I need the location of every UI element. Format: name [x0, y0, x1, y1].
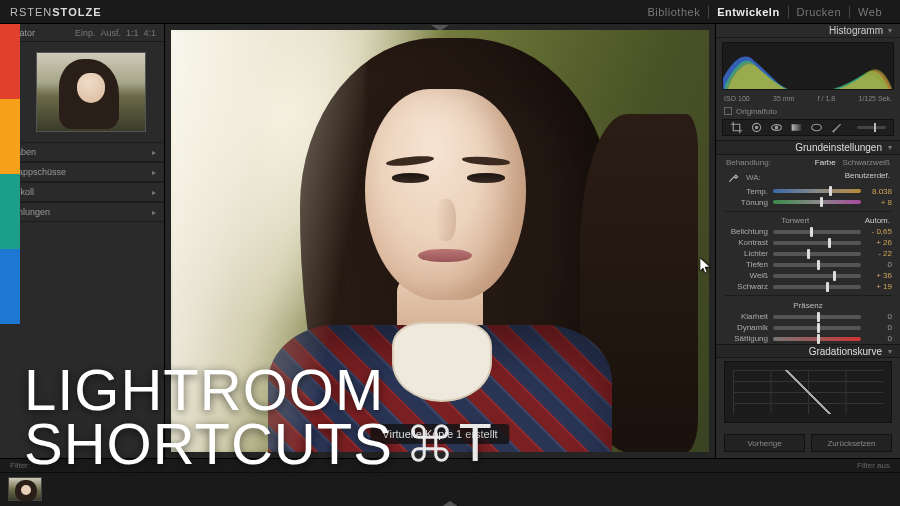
temp-label: Temp. — [726, 187, 768, 196]
panel-history[interactable]: otokoll▸ — [0, 182, 164, 202]
clarity-label: Klarheit — [726, 312, 768, 321]
whites-label: Weiß — [726, 271, 768, 280]
module-library[interactable]: Bibliothek — [639, 6, 709, 18]
chevron-right-icon: ▸ — [152, 148, 156, 157]
tint-label: Tönung — [726, 198, 768, 207]
svg-rect-4 — [792, 124, 802, 131]
chevron-right-icon: ▸ — [152, 168, 156, 177]
command-icon — [407, 420, 453, 466]
panel-collections[interactable]: mmlungen▸ — [0, 202, 164, 222]
slider-shadows[interactable]: Tiefen0 — [716, 259, 900, 270]
slider-highlights[interactable]: Lichter- 22 — [716, 248, 900, 259]
brand-suffix: STOLZE — [52, 6, 101, 18]
nav-fit[interactable]: Einp. — [75, 28, 96, 38]
svg-point-3 — [775, 126, 778, 129]
module-develop[interactable]: Entwickeln — [709, 6, 788, 18]
navigator-thumb — [36, 52, 146, 132]
vibrance-label: Dynamik — [726, 323, 768, 332]
treatment-label: Behandlung: — [726, 158, 771, 167]
overlay-line1: LIGHTROOM — [24, 363, 493, 416]
top-bar: RSTENSTOLZE Bibliothek Entwickeln Drucke… — [0, 0, 900, 24]
crop-tool-icon[interactable] — [730, 121, 743, 135]
vibrance-value: 0 — [866, 323, 892, 332]
svg-point-1 — [755, 126, 757, 128]
tool-strip — [722, 119, 894, 136]
previous-button[interactable]: Vorherige — [724, 434, 805, 452]
slider-exposure[interactable]: Belichtung- 0,65 — [716, 226, 900, 237]
cursor-icon — [700, 258, 712, 276]
slider-contrast[interactable]: Kontrast+ 26 — [716, 237, 900, 248]
navigator-preview[interactable] — [0, 42, 164, 142]
reset-button[interactable]: Zurücksetzen — [811, 434, 892, 452]
chevron-down-icon: ▾ — [888, 347, 892, 356]
slider-tint[interactable]: Tönung+ 8 — [716, 197, 900, 208]
saturation-value: 0 — [866, 334, 892, 343]
nav-4-1[interactable]: 4:1 — [143, 28, 156, 38]
tone-head: TonwertAutom. — [716, 214, 900, 226]
saturation-label: Sättigung — [726, 334, 768, 343]
shadows-value: 0 — [866, 260, 892, 269]
tonecurve-header[interactable]: Gradationskurve▾ — [716, 344, 900, 358]
slider-whites[interactable]: Weiß+ 36 — [716, 270, 900, 281]
basic-buttons: Vorherige Zurücksetzen — [716, 428, 900, 458]
wb-preset[interactable]: Benutzerdef. — [845, 171, 890, 185]
collapse-bottom-icon[interactable] — [441, 501, 459, 506]
meta-aperture: f / 1.8 — [818, 95, 836, 102]
chevron-right-icon: ▸ — [152, 188, 156, 197]
exposure-value: - 0,65 — [866, 227, 892, 236]
exposure-label: Belichtung — [726, 227, 768, 236]
lightroom-window: RSTENSTOLZE Bibliothek Entwickeln Drucke… — [0, 0, 900, 506]
navigator-header[interactable]: vigator Einp. Ausf. 1:1 4:1 — [0, 24, 164, 42]
blacks-label: Schwarz — [726, 282, 768, 291]
wb-row: WA: Benutzerdef. — [716, 169, 900, 186]
filmstrip-thumb[interactable] — [8, 477, 42, 501]
module-picker: Bibliothek Entwickeln Drucken Web — [639, 6, 890, 18]
basic-title: Grundeinstellungen — [795, 142, 882, 153]
original-label: Originalfoto — [736, 107, 777, 116]
identity-plate: RSTENSTOLZE — [10, 6, 101, 18]
highlights-label: Lichter — [726, 249, 768, 258]
presence-label: Präsenz — [793, 301, 822, 310]
meta-focal: 35 mm — [773, 95, 794, 102]
gradient-tool-icon[interactable] — [790, 121, 803, 135]
histogram[interactable] — [722, 42, 894, 90]
chevron-down-icon: ▾ — [888, 26, 892, 35]
right-panel: Histogramm▾ ISO 100 35 mm f / 1.8 1/125 … — [715, 24, 900, 458]
slider-clarity[interactable]: Klarheit0 — [716, 311, 900, 322]
brush-tool-icon[interactable] — [830, 121, 843, 135]
wb-label: WA: — [746, 173, 761, 182]
whites-value: + 36 — [866, 271, 892, 280]
spot-tool-icon[interactable] — [750, 121, 763, 135]
nav-1-1[interactable]: 1:1 — [126, 28, 139, 38]
basic-header[interactable]: Grundeinstellungen▾ — [716, 140, 900, 154]
treatment-row: Behandlung: Farbe Schwarzweiß — [716, 155, 900, 169]
tone-auto[interactable]: Autom. — [865, 216, 890, 225]
brand-color-tabs — [0, 24, 20, 324]
overlay-line2: SHORTCUTS — [24, 417, 393, 470]
tab-teal — [0, 174, 20, 249]
panel-presets[interactable]: rgaben▸ — [0, 142, 164, 162]
slider-vibrance[interactable]: Dynamik0 — [716, 322, 900, 333]
histogram-header[interactable]: Histogramm▾ — [716, 24, 900, 38]
slider-blacks[interactable]: Schwarz+ 19 — [716, 281, 900, 292]
original-toggle[interactable]: Originalfoto — [716, 105, 900, 119]
contrast-label: Kontrast — [726, 238, 768, 247]
tone-curve[interactable] — [724, 361, 892, 423]
tab-orange — [0, 99, 20, 174]
radial-tool-icon[interactable] — [810, 121, 823, 135]
meta-iso: ISO 100 — [724, 95, 750, 102]
tool-size-slider[interactable] — [857, 126, 886, 129]
module-web[interactable]: Web — [850, 6, 890, 18]
redeye-tool-icon[interactable] — [770, 121, 783, 135]
treatment-bw[interactable]: Schwarzweiß — [842, 158, 890, 167]
nav-fill[interactable]: Ausf. — [100, 28, 121, 38]
eyedropper-icon[interactable] — [726, 171, 740, 185]
treatment-color[interactable]: Farbe — [815, 158, 836, 167]
slider-saturation[interactable]: Sättigung0 — [716, 333, 900, 344]
tint-value: + 8 — [866, 198, 892, 207]
module-print[interactable]: Drucken — [789, 6, 850, 18]
panel-snapshots[interactable]: hnappschüsse▸ — [0, 162, 164, 182]
tab-blue — [0, 249, 20, 324]
filter-off[interactable]: Filter aus — [857, 461, 890, 470]
slider-temp[interactable]: Temp.8.038 — [716, 186, 900, 197]
